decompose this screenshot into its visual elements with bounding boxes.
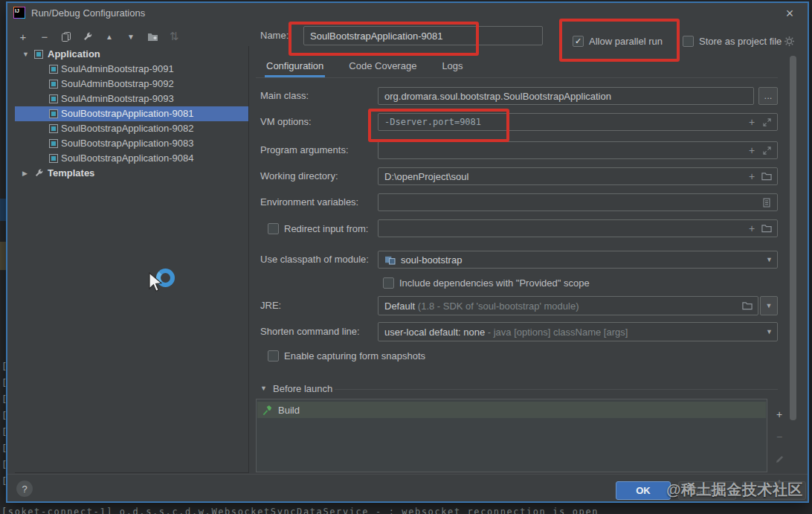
- config-tabs: Configuration Code Coverage Logs: [256, 57, 778, 78]
- background-editor-fragment: [0, 242, 6, 270]
- shorten-command-line-label: Shorten command line:: [260, 322, 360, 341]
- provided-scope-checkbox[interactable]: [383, 277, 394, 289]
- allow-parallel-run-label[interactable]: Allow parallel run: [589, 34, 663, 49]
- sort-configurations-icon: ⇅: [167, 30, 181, 43]
- help-button[interactable]: ?: [16, 481, 33, 497]
- form-snapshots-checkbox[interactable]: [268, 350, 279, 362]
- gear-icon[interactable]: [784, 36, 795, 47]
- tree-item-config-selected[interactable]: SoulBootstrapApplication-9081: [15, 106, 248, 121]
- tree-item-config[interactable]: SoulAdminBootstrap-9093: [15, 91, 248, 106]
- run-configuration-icon: [49, 124, 58, 133]
- ok-button[interactable]: OK: [616, 481, 671, 500]
- chevron-down-icon[interactable]: ▼: [766, 328, 773, 335]
- store-as-project-file-checkbox[interactable]: [683, 36, 694, 47]
- program-arguments-field[interactable]: +: [378, 141, 778, 159]
- form-snapshots-label[interactable]: Enable capturing form snapshots: [284, 349, 425, 364]
- watermark: @稀土掘金技术社区: [666, 480, 803, 500]
- remove-task-button: −: [776, 425, 782, 448]
- create-folder-icon[interactable]: [146, 30, 159, 43]
- move-up-icon[interactable]: ▲: [103, 30, 116, 43]
- redirect-input-field[interactable]: +: [378, 219, 778, 237]
- provided-scope-label[interactable]: Include dependencies with "Provided" sco…: [399, 276, 590, 291]
- mouse-cursor: [147, 272, 162, 293]
- browse-main-class-button[interactable]: ...: [758, 87, 778, 105]
- hammer-icon: [262, 405, 273, 416]
- classpath-module-combobox[interactable]: soul-bootstrap ▼: [378, 251, 778, 269]
- plus-icon[interactable]: +: [746, 170, 758, 182]
- plus-icon[interactable]: +: [746, 144, 758, 156]
- tree-item-config[interactable]: SoulAdminBootstrap-9091: [15, 62, 248, 77]
- configurations-tree: ▼ Application SoulAdminBootstrap-9091 So…: [15, 46, 249, 473]
- before-launch-panel: Build: [256, 399, 767, 472]
- expand-icon[interactable]: [761, 144, 773, 156]
- configurations-toolbar: + − ▲ ▼ ⇅: [16, 28, 181, 45]
- shorten-command-line-combobox[interactable]: user-local default: none - java [options…: [378, 322, 778, 341]
- run-configuration-icon: [49, 94, 58, 103]
- jre-combobox[interactable]: Default (1.8 - SDK of 'soul-bootstrap' m…: [378, 296, 758, 315]
- folder-icon[interactable]: [761, 222, 773, 234]
- copy-configuration-icon[interactable]: [59, 30, 73, 43]
- background-editor-fragment: [0, 199, 6, 221]
- expand-icon[interactable]: [761, 116, 773, 128]
- tab-logs[interactable]: Logs: [440, 57, 464, 77]
- chevron-down-icon[interactable]: ▼: [22, 47, 29, 62]
- tree-item-config[interactable]: SoulAdminBootstrap-9092: [15, 77, 248, 91]
- before-launch-title: Before launch: [273, 383, 332, 394]
- working-directory-label: Working directory:: [260, 167, 338, 185]
- vm-options-field[interactable]: -Dserver.port=9081 +: [378, 113, 778, 131]
- main-class-label: Main class:: [260, 87, 309, 105]
- working-directory-field[interactable]: D:\openProject\soul +: [378, 167, 778, 185]
- classpath-module-label: Use classpath of module:: [260, 251, 369, 269]
- plus-icon[interactable]: +: [746, 222, 758, 234]
- chevron-down-icon[interactable]: ▼: [766, 256, 773, 263]
- chevron-right-icon[interactable]: ▶: [22, 166, 28, 181]
- remove-configuration-button[interactable]: −: [38, 30, 51, 43]
- program-arguments-label: Program arguments:: [260, 141, 349, 159]
- dialog-titlebar: IJ Run/Debug Configurations ×: [7, 3, 808, 24]
- tab-configuration[interactable]: Configuration: [265, 57, 325, 77]
- wrench-icon: [34, 168, 44, 178]
- tree-group-application[interactable]: ▼ Application: [15, 47, 248, 62]
- edit-task-pencil-icon: [776, 448, 784, 470]
- tab-code-coverage[interactable]: Code Coverage: [347, 57, 418, 77]
- tree-item-config[interactable]: SoulBootstrapApplication-9083: [15, 136, 248, 151]
- close-icon[interactable]: ×: [781, 4, 799, 22]
- vertical-scrollbar[interactable]: [790, 56, 796, 420]
- background-console-line: [soket-connect-1] o.d.s.s.c.d.w.Websocke…: [1, 507, 599, 514]
- add-task-button[interactable]: +: [776, 403, 782, 425]
- name-input[interactable]: [303, 26, 543, 45]
- intellij-logo-icon: IJ: [13, 7, 25, 19]
- run-configuration-icon: [49, 109, 58, 118]
- application-type-icon: [34, 50, 43, 59]
- folder-icon[interactable]: [761, 170, 773, 182]
- add-configuration-button[interactable]: +: [16, 30, 30, 43]
- run-configuration-icon: [49, 80, 58, 89]
- before-launch-toolbar: + − ▲: [772, 403, 787, 492]
- environment-variables-label: Environment variables:: [260, 193, 358, 211]
- tree-group-templates[interactable]: ▶ Templates: [15, 166, 248, 181]
- jre-label: JRE:: [260, 296, 281, 315]
- redirect-input-checkbox[interactable]: [268, 223, 279, 234]
- footer-divider: [7, 474, 808, 475]
- folder-icon[interactable]: [741, 300, 753, 312]
- plus-icon[interactable]: +: [746, 116, 758, 128]
- chevron-down-icon[interactable]: ▼: [260, 385, 267, 392]
- run-configuration-icon: [49, 139, 58, 148]
- check-icon: ✓: [575, 36, 581, 46]
- store-as-project-file-label[interactable]: Store as project file: [699, 34, 782, 49]
- main-class-field[interactable]: org.dromara.soul.bootstrap.SoulBootstrap…: [378, 87, 754, 105]
- jre-dropdown-button[interactable]: ▼: [760, 296, 778, 315]
- browse-list-icon[interactable]: [761, 196, 773, 208]
- tree-item-config[interactable]: SoulBootstrapApplication-9082: [15, 121, 248, 136]
- move-down-icon[interactable]: ▼: [124, 30, 138, 43]
- tree-item-config[interactable]: SoulBootstrapApplication-9084: [15, 151, 248, 166]
- run-debug-configurations-dialog: IJ Run/Debug Configurations × + − ▲ ▼ ⇅ …: [6, 1, 809, 503]
- dialog-title: Run/Debug Configurations: [31, 3, 145, 24]
- environment-variables-field[interactable]: [378, 193, 778, 211]
- module-icon: [384, 255, 396, 265]
- redirect-input-label[interactable]: Redirect input from:: [284, 222, 368, 237]
- before-launch-item-build[interactable]: Build: [257, 402, 766, 418]
- name-label: Name:: [260, 26, 289, 45]
- allow-parallel-run-checkbox[interactable]: ✓: [573, 36, 584, 47]
- edit-templates-wrench-icon[interactable]: [81, 30, 94, 43]
